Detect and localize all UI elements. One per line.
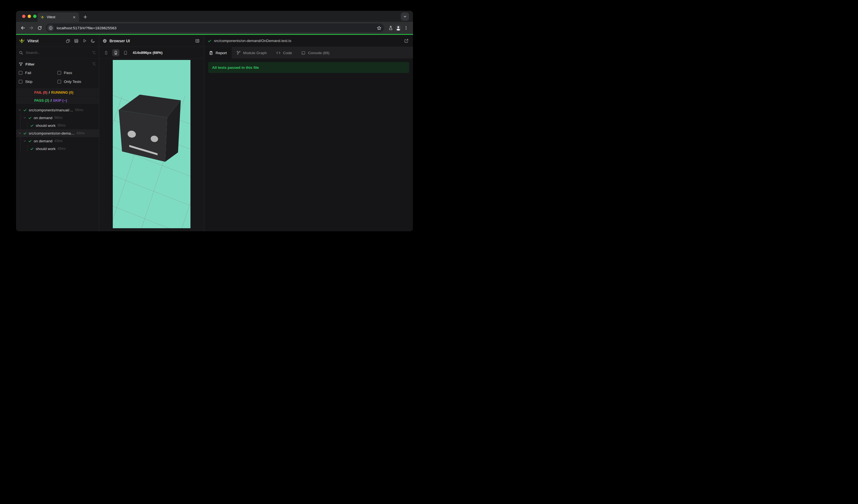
tree-children: on demand 43ms should work 43ms (20, 137, 99, 152)
moon-icon (91, 39, 95, 43)
chevron-down-icon[interactable] (23, 140, 26, 143)
test-tree: src/components/manual/… 56ms on demand 5… (16, 104, 99, 231)
tab-strip: Vitest (16, 11, 413, 22)
skip-checkbox[interactable] (19, 80, 22, 83)
browser-tab-vitest[interactable]: Vitest (37, 13, 79, 22)
panel-right-icon (195, 39, 200, 43)
vitest-logo (19, 38, 25, 44)
clear-search-filter-button[interactable] (92, 51, 96, 55)
tree-file-row-selected[interactable]: src/components/on-dema… 43ms (16, 129, 99, 137)
results-summary: FAIL (0) / RUNNING (0) PASS (2) / SKIP (… (16, 88, 99, 104)
filter-x-icon (92, 62, 96, 66)
device-tablet-button[interactable] (122, 49, 129, 56)
close-window-button[interactable] (22, 15, 26, 18)
check-icon (28, 116, 32, 120)
back-button[interactable] (19, 24, 27, 32)
zoom-window-button[interactable] (33, 15, 36, 18)
tree-file-row[interactable]: src/components/manual/… 56ms (16, 106, 99, 114)
only-tests-checkbox[interactable] (58, 80, 61, 83)
search-input[interactable] (26, 51, 92, 55)
summary-line-1: FAIL (0) / RUNNING (0) (16, 88, 99, 96)
address-bar[interactable]: localhost:5173/#/?file=1828625563 (46, 23, 384, 32)
browser-window: Vitest localhost:5173/#/?file=1828625563 (16, 11, 413, 231)
forward-arrow-icon (29, 26, 34, 30)
tab-close-icon[interactable] (72, 15, 76, 19)
chevron-down-icon (403, 15, 407, 18)
theme-toggle-button[interactable] (90, 37, 96, 44)
tree-suite-row[interactable]: on demand 43ms (20, 137, 99, 145)
tab-code[interactable]: Code (271, 47, 297, 59)
browser-menu-button[interactable] (402, 24, 410, 32)
module-graph-icon (236, 51, 241, 55)
fail-count: FAIL (0) (34, 91, 47, 95)
play-icon (83, 39, 87, 43)
search-row (16, 47, 99, 59)
filter-x-icon (92, 51, 96, 55)
threejs-scene (113, 60, 190, 228)
open-in-editor-button[interactable] (403, 37, 410, 44)
phone-small-icon (104, 51, 108, 55)
tree-group: src/components/on-dema… 43ms on demand 4… (16, 129, 99, 152)
filter-header: Filter (19, 62, 96, 66)
tree-group: src/components/manual/… 56ms on demand 5… (16, 106, 99, 129)
test-viewport[interactable] (113, 60, 190, 228)
check-icon (28, 139, 32, 143)
browser-ui-title: Browser UI (109, 39, 192, 43)
viewport-size-label: 414x896px (68%) (133, 51, 162, 55)
phone-plus-icon (114, 51, 118, 55)
experiments-button[interactable] (386, 24, 395, 32)
chevron-down-icon[interactable] (23, 116, 26, 119)
summary-line-2: PASS (2) / SKIP (--) (16, 96, 99, 104)
filter-option-skip: Skip (19, 80, 58, 84)
check-icon (23, 108, 27, 112)
three-dots-icon (404, 26, 408, 30)
device-toolbar: 414x896px (68%) (99, 47, 204, 59)
tab-title: Vitest (47, 15, 70, 19)
globe-icon (102, 39, 107, 43)
forward-button[interactable] (27, 24, 35, 32)
tree-test-row[interactable]: should work 55ms (27, 121, 99, 129)
test-file-path: src/components/on-demand/OnDemand.test.t… (214, 39, 401, 43)
vitest-favicon (41, 15, 45, 19)
tab-report[interactable]: Report (204, 47, 232, 59)
tab-search-button[interactable] (401, 13, 409, 21)
fail-checkbox[interactable] (19, 71, 22, 75)
chevron-down-icon[interactable] (18, 109, 21, 112)
search-icon (19, 51, 23, 55)
browser-toolbar: localhost:5173/#/?file=1828625563 (16, 22, 413, 34)
pass-label: Pass (64, 71, 72, 75)
fail-label: Fail (25, 71, 31, 75)
clear-filters-button[interactable] (92, 62, 96, 66)
cube-front-face (119, 110, 167, 162)
chevron-down-icon[interactable] (18, 132, 21, 135)
filter-options: Fail Pass Skip Only Tests (19, 71, 96, 84)
reload-button[interactable] (35, 24, 44, 32)
tree-test-row[interactable]: should work 43ms (27, 145, 99, 152)
only-tests-label: Only Tests (64, 80, 81, 84)
run-all-button[interactable] (81, 37, 88, 44)
vitest-ui: Vitest (16, 35, 413, 231)
minimize-window-button[interactable] (28, 15, 31, 18)
pass-checkbox[interactable] (58, 71, 61, 75)
tab-console[interactable]: Console (69) (297, 47, 334, 59)
tablet-icon (123, 51, 128, 55)
dashboard-windows-button[interactable] (65, 37, 71, 44)
profile-button[interactable] (395, 24, 402, 32)
dashboard-icon (74, 39, 79, 43)
skip-label: Skip (25, 80, 32, 84)
site-info-button[interactable] (47, 25, 54, 31)
tree-suite-row[interactable]: on demand 56ms (20, 114, 99, 121)
dock-panel-button[interactable] (194, 37, 201, 44)
skip-count: SKIP (--) (53, 98, 67, 102)
info-icon (49, 26, 53, 30)
console-icon (301, 51, 305, 55)
external-link-icon (404, 39, 409, 43)
device-phone-plus-button[interactable] (112, 49, 120, 56)
new-tab-button[interactable] (81, 13, 89, 21)
device-small-phone-button[interactable] (102, 49, 110, 56)
bookmark-button[interactable] (375, 24, 383, 32)
browser-ui-panel: Browser UI 414x896px (68%) (99, 35, 204, 231)
url-text[interactable]: localhost:5173/#/?file=1828625563 (57, 26, 375, 30)
tab-module-graph[interactable]: Module Graph (232, 47, 272, 59)
dashboard-button[interactable] (73, 37, 80, 44)
